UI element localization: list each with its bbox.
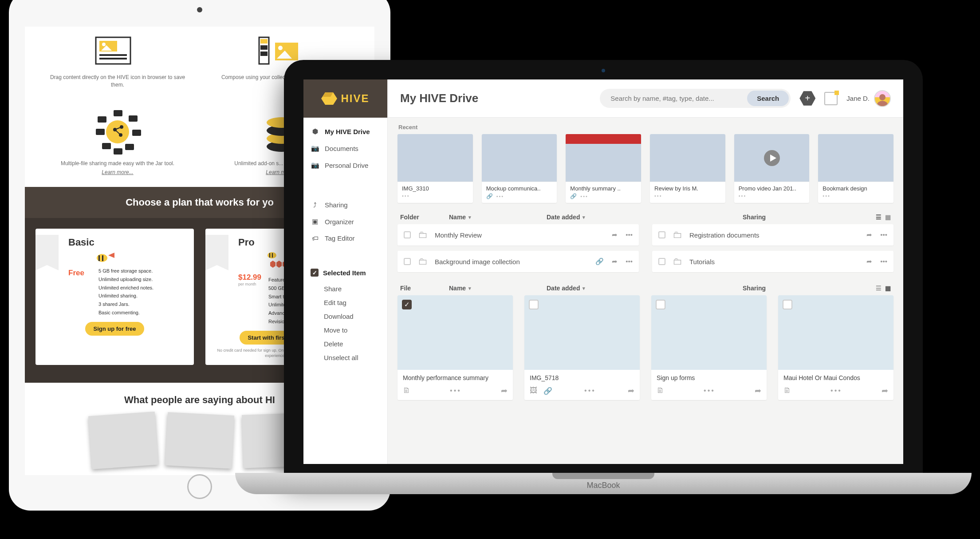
action-edit-tag[interactable]: Edit tag (324, 296, 387, 309)
checkbox[interactable] (783, 300, 792, 309)
macbook-body: HIVE ⬢My HIVE Drive 📷Documents 📷Personal… (284, 60, 923, 473)
action-share[interactable]: Share (324, 282, 387, 296)
list-view-icon[interactable]: ☰ (876, 214, 882, 221)
action-download[interactable]: Download (324, 309, 387, 323)
share-icon[interactable]: ➦ (612, 258, 618, 266)
sidebar-item-tags[interactable]: 🏷Tag Editor (303, 230, 387, 246)
more-icon[interactable]: ••• (880, 258, 887, 266)
folder-item[interactable]: 🗀 Monthly Review ➦••• (398, 224, 639, 246)
selected-label: Selected Item (323, 269, 366, 277)
content-scroll[interactable]: Recent IMG_3310••• Mockup communica..🔗••… (388, 118, 903, 464)
macbook-base: MacBook (235, 473, 972, 494)
svg-rect-7 (260, 45, 268, 50)
svg-rect-17 (98, 116, 106, 123)
bullet: 3 shared Jars. (98, 300, 189, 309)
grid-view-icon[interactable]: ▦ (885, 214, 891, 221)
more-icon[interactable]: ••• (626, 258, 633, 266)
more-icon[interactable]: ••• (739, 193, 805, 198)
recent-card[interactable]: IMG_3310••• (398, 134, 473, 203)
grid-view-icon[interactable]: ▦ (885, 285, 891, 292)
share-icon[interactable]: ➦ (866, 231, 872, 239)
folder-item[interactable]: 🗀 Background image collection 🔗➦••• (398, 251, 639, 272)
user-chip[interactable]: Jane D. (846, 90, 891, 107)
thumb (650, 134, 725, 182)
share-icon: ⤴ (311, 201, 319, 209)
col-sharing: Sharing (743, 214, 858, 221)
checkbox[interactable] (529, 300, 539, 309)
more-icon[interactable]: ••• (654, 193, 721, 198)
view-toggle: ☰ ▦ (876, 285, 891, 292)
svg-rect-31 (102, 255, 103, 261)
view-toggle: ☰ ▦ (876, 214, 891, 221)
more-icon[interactable]: ••• (417, 387, 495, 395)
nav-label: Documents (325, 145, 358, 152)
file-name: Monthly performance summary (398, 370, 513, 386)
sidebar-item-organizer[interactable]: ▣Organizer (303, 213, 387, 230)
recent-card[interactable]: Review by Iris M.••• (650, 134, 725, 203)
checkbox[interactable] (658, 231, 665, 238)
recent-card[interactable]: Mockup communica..🔗••• (482, 134, 557, 203)
action-unselect[interactable]: Unselect all (324, 351, 387, 365)
checkbox[interactable] (404, 231, 411, 238)
recent-card[interactable]: Bookmark design••• (818, 134, 893, 203)
brand-logo[interactable]: HIVE (303, 79, 387, 118)
thumb (818, 134, 893, 182)
file-card[interactable]: ✓ Monthly performance summary 🗎•••➦ (398, 295, 513, 400)
more-icon[interactable]: ••• (880, 231, 887, 239)
more-icon[interactable]: ••• (670, 387, 748, 395)
action-delete[interactable]: Delete (324, 337, 387, 351)
share-icon[interactable]: ➦ (882, 386, 888, 396)
folder-name: Registration documents (689, 231, 760, 239)
more-icon[interactable]: ••• (559, 387, 622, 395)
bee-icon (94, 250, 116, 265)
checkbox[interactable] (658, 258, 665, 265)
link-icon[interactable]: 🔗 (595, 258, 604, 266)
checkbox[interactable] (404, 258, 411, 265)
svg-rect-23 (114, 110, 122, 116)
more-icon[interactable]: ••• (626, 231, 633, 239)
checkbox[interactable]: ✓ (402, 300, 412, 309)
list-view-icon[interactable]: ☰ (876, 285, 882, 292)
recent-card[interactable]: Monthly summary ..🔗••• (566, 134, 641, 203)
ipad-home-button[interactable] (187, 474, 212, 499)
archive-icon: ▣ (311, 218, 319, 226)
file-card[interactable]: Sign up forms 🗎•••➦ (651, 295, 767, 400)
share-icon[interactable]: ➦ (612, 231, 618, 239)
svg-rect-20 (132, 130, 141, 136)
more-icon[interactable]: ••• (823, 193, 889, 198)
sidebar-item-drive[interactable]: ⬢My HIVE Drive (303, 123, 387, 140)
search-input[interactable] (609, 91, 747, 106)
more-icon[interactable]: ••• (496, 194, 504, 199)
share-icon[interactable]: ➦ (501, 386, 508, 396)
more-icon[interactable]: ••• (797, 387, 875, 395)
action-move-to[interactable]: Move to (324, 323, 387, 337)
share-icon[interactable]: ➦ (866, 258, 872, 266)
share-icon[interactable]: ➦ (755, 386, 761, 396)
file-card[interactable]: IMG_5718 🖼🔗•••➦ (524, 295, 640, 400)
card-title: Review by Iris M. (654, 185, 721, 192)
sidebar-item-personal[interactable]: 📷Personal Drive (303, 157, 387, 174)
more-icon[interactable]: ••• (580, 194, 588, 199)
link-icon: 🔗 (543, 387, 552, 395)
folder-name: Monthly Review (435, 231, 482, 239)
recent-card[interactable]: Promo video Jan 201..••• (734, 134, 810, 203)
add-button[interactable]: + (799, 91, 815, 107)
sort-name[interactable]: Name ▾ (449, 285, 529, 292)
share-icon[interactable]: ➦ (628, 386, 634, 396)
folder-item[interactable]: 🗀 Tutorials ➦••• (652, 251, 893, 272)
search-button[interactable]: Search (747, 91, 789, 106)
card-title: Mockup communica.. (486, 185, 553, 192)
sidebar-item-sharing[interactable]: ⤴Sharing (303, 197, 387, 213)
more-icon[interactable]: ••• (402, 193, 468, 198)
file-card[interactable]: Maui Hotel Or Maui Condos 🗎•••➦ (778, 295, 893, 400)
sidebar-item-documents[interactable]: 📷Documents (303, 140, 387, 157)
checkbox[interactable] (656, 300, 665, 309)
notifications-button[interactable] (824, 92, 838, 105)
sort-date[interactable]: Date added ▾ (547, 214, 725, 221)
folder-item[interactable]: 🗀 Registration documents ➦••• (652, 224, 893, 246)
sort-date[interactable]: Date added ▾ (547, 285, 725, 292)
sort-name[interactable]: Name ▾ (449, 214, 529, 221)
signup-free-button[interactable]: Sign up for free (85, 322, 144, 336)
page-title: My HIVE Drive (400, 91, 478, 105)
learn-more-link[interactable]: Learn more... (44, 169, 192, 176)
